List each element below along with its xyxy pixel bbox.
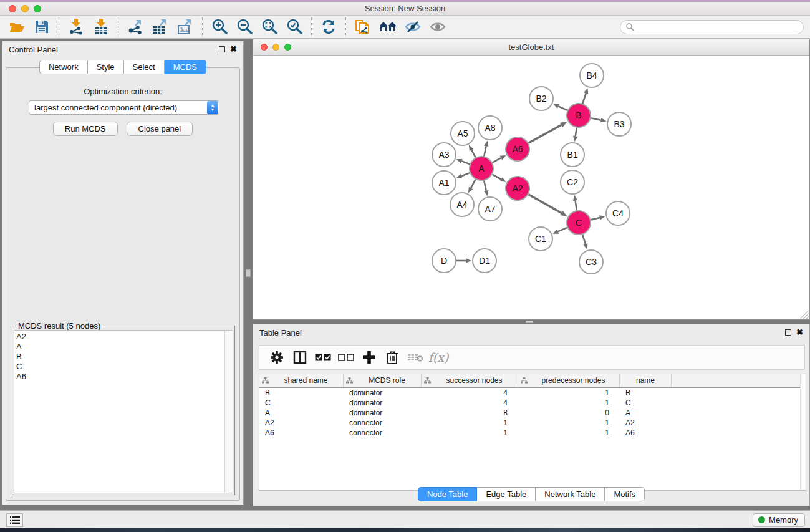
edge-A-A4[interactable]: [471, 180, 475, 188]
tab-node-table[interactable]: Node Table: [418, 487, 478, 501]
table-cell[interactable]: dominator: [344, 399, 422, 407]
table-cell[interactable]: C: [259, 399, 344, 407]
table-cell[interactable]: A: [620, 409, 672, 417]
edge-A6-B[interactable]: [529, 125, 561, 143]
edge-C-C4[interactable]: [591, 218, 599, 220]
result-item[interactable]: C: [16, 362, 224, 372]
table-row[interactable]: A2connector11A2: [259, 418, 806, 428]
search-field[interactable]: [620, 20, 804, 34]
select-all-button[interactable]: [314, 349, 332, 366]
tab-select[interactable]: Select: [124, 60, 165, 74]
export-table-button[interactable]: [150, 17, 171, 36]
tab-style[interactable]: Style: [88, 60, 124, 74]
close-panel-icon[interactable]: ✖: [230, 46, 237, 52]
float-panel-button[interactable]: [219, 46, 225, 52]
table-cell[interactable]: 1: [422, 418, 518, 427]
result-item[interactable]: A2: [16, 332, 224, 342]
edge-B-B1[interactable]: [576, 128, 577, 137]
table-row[interactable]: Cdominator41C: [259, 398, 806, 408]
deselect-all-button[interactable]: [337, 349, 355, 366]
edge-B-B3[interactable]: [591, 118, 601, 120]
export-image-button[interactable]: [175, 17, 196, 36]
table-cell[interactable]: C: [620, 399, 672, 407]
run-mcds-button[interactable]: Run MCDS: [53, 122, 118, 136]
table-row[interactable]: A6connector11A6: [259, 428, 806, 438]
optimization-criterion-dropdown[interactable]: largest connected component (directed) ▲…: [29, 100, 219, 115]
table-cell[interactable]: B: [259, 389, 344, 397]
column-header-predecessor-nodes[interactable]: predecessor nodes: [518, 374, 620, 387]
edge-C-C3[interactable]: [582, 235, 586, 244]
edge-A-A3[interactable]: [461, 161, 470, 164]
result-list-scrollbar[interactable]: [224, 331, 233, 493]
column-visibility-button[interactable]: [291, 349, 309, 366]
function-builder-button[interactable]: f(x): [430, 349, 447, 366]
hide-selected-button[interactable]: [402, 17, 423, 36]
table-cell[interactable]: 0: [518, 409, 620, 417]
resize-grip-icon[interactable]: [801, 311, 809, 319]
vertical-splitter-handle[interactable]: [246, 269, 251, 277]
table-cell[interactable]: 1: [518, 418, 620, 427]
task-history-button[interactable]: [6, 513, 23, 527]
edge-A-A1[interactable]: [461, 173, 470, 176]
result-item[interactable]: A6: [16, 372, 224, 382]
table-cell[interactable]: 1: [518, 399, 620, 407]
edge-A-A6[interactable]: [493, 158, 501, 162]
table-cell[interactable]: 4: [422, 389, 518, 397]
save-session-button[interactable]: [31, 17, 52, 36]
table-cell[interactable]: connector: [344, 428, 422, 437]
edge-A-A7[interactable]: [484, 181, 486, 191]
edge-A-A5[interactable]: [471, 150, 475, 157]
result-item[interactable]: B: [16, 352, 224, 362]
table-row[interactable]: Adominator80A: [259, 408, 806, 418]
tab-mcds[interactable]: MCDS: [165, 60, 206, 74]
result-item[interactable]: A: [16, 342, 224, 352]
column-header-MCDS-role[interactable]: MCDS role: [344, 374, 422, 387]
table-row[interactable]: Bdominator41B: [259, 388, 806, 398]
table-cell[interactable]: A2: [259, 418, 344, 427]
table-cell[interactable]: 1: [422, 428, 518, 437]
add-column-button[interactable]: [360, 349, 378, 366]
import-table-button[interactable]: [90, 17, 112, 36]
new-network-from-selection-button[interactable]: [352, 17, 374, 36]
zoom-out-button[interactable]: [234, 17, 255, 36]
table-cell[interactable]: A6: [259, 428, 344, 437]
import-network-button[interactable]: [65, 17, 87, 36]
column-header-name[interactable]: name: [620, 374, 672, 387]
mcds-result-list[interactable]: A2ABCA6: [14, 330, 233, 493]
table-cell[interactable]: dominator: [344, 389, 422, 397]
table-cell[interactable]: 8: [422, 409, 518, 417]
zoom-in-button[interactable]: [209, 17, 230, 36]
table-scrollbar[interactable]: [800, 374, 806, 490]
tab-motifs[interactable]: Motifs: [605, 487, 645, 501]
float-table-panel-button[interactable]: [785, 329, 791, 336]
tab-edge-table[interactable]: Edge Table: [477, 487, 536, 501]
column-header-successor-nodes[interactable]: successor nodes: [422, 374, 518, 387]
table-cell[interactable]: 1: [518, 428, 620, 437]
delete-table-button[interactable]: [407, 349, 424, 366]
show-all-button[interactable]: [427, 17, 448, 36]
first-neighbors-button[interactable]: [377, 17, 398, 36]
edge-C-C1[interactable]: [558, 228, 567, 231]
table-cell[interactable]: A: [259, 409, 344, 417]
edge-B-B4[interactable]: [582, 94, 586, 104]
table-cell[interactable]: connector: [344, 418, 422, 427]
table-cell[interactable]: 4: [422, 399, 518, 407]
horizontal-splitter-handle[interactable]: [526, 321, 533, 323]
node-table[interactable]: shared nameMCDS rolesuccessor nodesprede…: [259, 374, 806, 491]
search-input[interactable]: [634, 22, 803, 31]
zoom-fit-button[interactable]: [259, 17, 280, 36]
tab-network[interactable]: Network: [39, 60, 88, 74]
edge-A-A8[interactable]: [484, 146, 486, 156]
open-session-button[interactable]: [6, 17, 27, 36]
column-header-shared-name[interactable]: shared name: [259, 374, 344, 387]
edge-A2-C[interactable]: [528, 195, 561, 213]
table-cell[interactable]: B: [620, 389, 672, 397]
table-cell[interactable]: dominator: [344, 409, 422, 417]
edge-A-A2[interactable]: [493, 175, 501, 180]
tab-network-table[interactable]: Network Table: [536, 487, 605, 501]
network-canvas[interactable]: B4B2BB3B1A5A8A6A3AA1A2C2A4A7CC4C1C3DD1: [254, 56, 809, 319]
apply-layout-button[interactable]: [318, 17, 339, 36]
close-table-panel-icon[interactable]: ✖: [796, 329, 803, 336]
table-cell[interactable]: A6: [620, 428, 672, 437]
edge-C-C2[interactable]: [576, 201, 577, 211]
